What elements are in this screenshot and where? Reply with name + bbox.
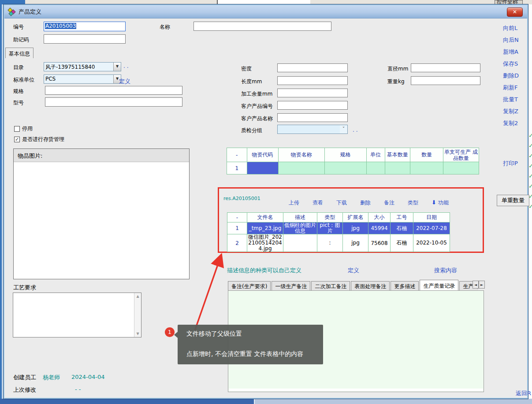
nav-copy-link[interactable]: 复制Z — [503, 107, 518, 115]
view-link[interactable]: 查看 — [313, 199, 323, 207]
file-col-type[interactable]: 类型 — [317, 213, 343, 222]
tab-basic-info[interactable]: 基本信息 — [5, 48, 33, 58]
file-cell-filename[interactable]: _tmp_23.jpg — [247, 222, 283, 234]
unit-weight-qty-button[interactable]: 单重数量 — [497, 195, 529, 206]
upload-link[interactable]: 上传 — [289, 199, 299, 207]
weight-input[interactable] — [411, 76, 480, 85]
scroll-up-icon[interactable]: ▲ — [134, 293, 141, 300]
materials-cell[interactable] — [278, 162, 325, 174]
close-button[interactable]: ✕ — [507, 7, 523, 17]
scroll-down-icon[interactable]: ▼ — [134, 330, 141, 337]
file-cell-size[interactable]: 75608 — [368, 234, 391, 252]
code-input[interactable]: A20105003 — [44, 22, 126, 31]
catalog-more-link[interactable]: . . — [123, 63, 128, 69]
tab-note-production[interactable]: 备注(生产要求) — [228, 281, 271, 290]
scroll-left-icon[interactable]: ◄ — [472, 281, 479, 289]
length-input[interactable] — [277, 76, 348, 85]
materials-col-code[interactable]: 物资代码 — [247, 148, 278, 162]
return-link[interactable]: 返回R — [516, 389, 531, 397]
materials-col-name[interactable]: 物资名称 — [278, 148, 325, 162]
spec-input[interactable] — [45, 86, 182, 95]
mnemonic-input[interactable] — [44, 34, 126, 44]
unit-combo[interactable]: PCS ▼ — [44, 74, 121, 84]
file-cell-size[interactable]: 45994 — [368, 222, 391, 234]
file-cell-worker[interactable]: 石楠 — [391, 234, 413, 252]
function-link[interactable]: ⬇功能 — [432, 199, 449, 207]
download-link[interactable]: 下载 — [336, 199, 347, 207]
file-cell-desc[interactable]: 低铜柱的图片信息 — [283, 222, 317, 234]
file-cell-desc[interactable] — [283, 234, 317, 252]
tab-quality-record[interactable]: 生产质量记录 — [420, 280, 458, 290]
nav-new-link[interactable]: 新增A — [503, 48, 518, 56]
nav-forward-link[interactable]: 向前L — [503, 24, 517, 32]
tab-more-desc[interactable]: 更多描述 — [391, 281, 419, 290]
qc-group-combo[interactable]: ˅ — [277, 125, 348, 134]
customer-code-input[interactable] — [277, 101, 348, 110]
file-col-filename[interactable]: 文件名 — [247, 213, 283, 222]
materials-col-qty[interactable]: 数量 — [410, 148, 443, 162]
background-left-border — [0, 4, 4, 399]
materials-col-per-piece[interactable]: 单支可生产 成品数量 — [443, 148, 479, 162]
dialog-titlebar[interactable]: 产品定义 ✕ — [4, 5, 527, 19]
allowance-input[interactable] — [277, 89, 348, 97]
search-content-link[interactable]: 搜索内容 — [434, 267, 457, 274]
file-cell-date[interactable]: 2022-10-05 — [413, 234, 450, 252]
disabled-checkbox[interactable] — [14, 126, 20, 132]
inventory-checkbox-row[interactable]: ✓ 是否进行存货管理 — [14, 136, 64, 143]
materials-cell[interactable] — [366, 162, 385, 174]
name-input[interactable] — [193, 22, 331, 31]
nav-save-link[interactable]: 保存S — [503, 60, 518, 68]
nav-batch-link[interactable]: 批量T — [503, 96, 518, 104]
process-requirement-textarea[interactable]: ▲ ▼ — [13, 293, 141, 337]
chevron-down-icon[interactable]: ▼ — [113, 63, 121, 71]
tab-secondary-note[interactable]: 二次加工备注 — [311, 281, 350, 290]
tab-surface-note[interactable]: 表面处理备注 — [351, 281, 390, 290]
materials-cell[interactable] — [385, 162, 410, 174]
file-col-desc[interactable]: 描述 — [283, 213, 317, 222]
chevron-down-icon[interactable]: ˅ — [340, 125, 347, 133]
background-bottom-bar-right — [254, 399, 532, 404]
materials-col-unit[interactable]: 单位 — [366, 148, 385, 162]
tab-level1-note[interactable]: 一级生产备注 — [272, 281, 310, 290]
inventory-checkbox-checked[interactable]: ✓ — [14, 137, 20, 142]
file-cell-ext[interactable]: jpg — [343, 222, 368, 234]
scrollbar[interactable]: ▲ ▼ — [134, 293, 141, 337]
diameter-input[interactable] — [411, 63, 480, 72]
materials-col-spec[interactable]: 规格 — [325, 148, 366, 162]
file-col-size[interactable]: 大小 — [368, 213, 391, 222]
customer-name-input[interactable] — [277, 113, 348, 122]
file-col-date[interactable]: 日期 — [413, 213, 450, 222]
qc-group-more-link[interactable]: . . — [353, 127, 357, 133]
note-link[interactable]: 备注 — [384, 199, 394, 207]
file-cell-type[interactable]: : — [317, 234, 343, 252]
file-row[interactable]: 2 微信图片_20221005142044.jpg : jpg 75608 石楠… — [227, 234, 450, 252]
file-col-worker[interactable]: 工号 — [391, 213, 413, 222]
materials-row[interactable]: 1 — [227, 162, 479, 174]
nav-backward-link[interactable]: 向后N — [503, 36, 519, 44]
materials-cell[interactable] — [443, 162, 479, 174]
scroll-right-icon[interactable]: ► — [479, 281, 485, 289]
file-cell-date[interactable]: 2022-07-28 — [413, 222, 450, 234]
file-col-ext[interactable]: 扩展名 — [343, 213, 368, 222]
catalog-combo[interactable]: 风子-13975115840 ▼ — [44, 62, 121, 71]
disabled-checkbox-row[interactable]: 停用 — [14, 125, 33, 133]
nav-copy2-link[interactable]: 复制2 — [503, 119, 518, 127]
model-input[interactable] — [45, 97, 182, 107]
file-cell-filename[interactable]: 微信图片_20221005142044.jpg — [247, 234, 283, 252]
density-input[interactable] — [277, 63, 348, 72]
file-cell-type[interactable]: pict：图片 — [317, 222, 343, 234]
type-link[interactable]: 类型 — [408, 199, 418, 207]
file-cell-worker[interactable]: 石楠 — [391, 222, 413, 234]
materials-col-baseqty[interactable]: 基本数量 — [385, 148, 410, 162]
materials-cell[interactable] — [410, 162, 443, 174]
materials-cell-selected[interactable] — [247, 162, 278, 174]
define-link[interactable]: 定义 — [348, 267, 359, 274]
nav-refresh-link[interactable]: 刷新F — [503, 84, 517, 92]
materials-cell[interactable] — [325, 162, 366, 174]
file-cell-ext[interactable]: jpg — [343, 234, 368, 252]
print-link[interactable]: 打印P — [503, 159, 518, 167]
delete-link[interactable]: 删除 — [360, 199, 371, 207]
file-row-selected[interactable]: 1 _tmp_23.jpg 低铜柱的图片信息 pict：图片 jpg 45994… — [227, 222, 450, 234]
nav-delete-link[interactable]: 删除D — [503, 72, 519, 80]
unit-define-link[interactable]: 定义 — [119, 78, 130, 85]
